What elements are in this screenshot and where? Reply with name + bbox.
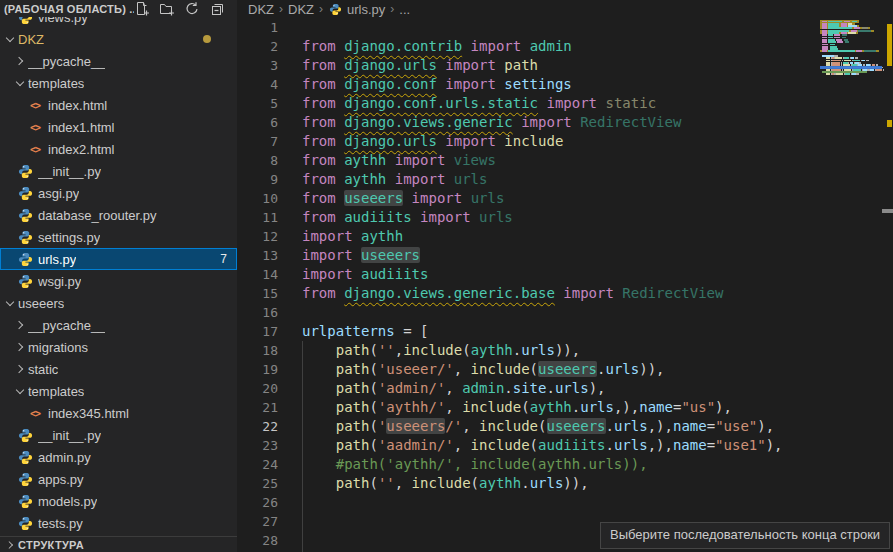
line-number: 11 (238, 208, 278, 227)
new-folder-icon[interactable] (159, 1, 175, 17)
indent-guide (302, 341, 303, 552)
code-line-22[interactable]: 22 path('useeers/', include(useeers.urls… (238, 417, 882, 436)
line-number: 12 (238, 227, 278, 246)
chevron-right-icon (14, 318, 28, 332)
line-number: 27 (238, 512, 278, 531)
code-line-17[interactable]: 17urlpatterns = [ (238, 322, 882, 341)
code-line-7[interactable]: 7from django.urls import include (238, 132, 882, 151)
code-line-1[interactable]: 1 (238, 18, 882, 37)
breadcrumb: DKZ›DKZ›urls.py›... (238, 0, 893, 18)
collapse-all-icon[interactable] (209, 1, 225, 17)
python-icon (17, 515, 33, 531)
code-line-26[interactable]: 26 (238, 493, 882, 512)
refresh-icon[interactable] (184, 1, 200, 17)
python-icon (17, 185, 33, 201)
code-line-18[interactable]: 18 path('',include(aythh.urls)), (238, 341, 882, 360)
html-icon: <> (27, 119, 43, 135)
file-tree: views.pyDKZ__pycache__templates<>index.h… (0, 6, 237, 534)
explorer-item-__pycache__[interactable]: __pycache__ (0, 314, 237, 336)
explorer-item-tests.py[interactable]: tests.py (0, 512, 237, 534)
explorer-item-database_roouter.py[interactable]: database_roouter.py (0, 204, 237, 226)
code-line-10[interactable]: 10from useeers import urls (238, 189, 882, 208)
line-number: 28 (238, 531, 278, 550)
explorer-item-urls.py[interactable]: urls.py7 (0, 248, 237, 270)
minimap[interactable] (820, 18, 882, 138)
file-label: index2.html (48, 142, 114, 157)
code-line-6[interactable]: 6from django.views.generic import Redire… (238, 113, 882, 132)
code-line-15[interactable]: 15from django.views.generic.base import … (238, 284, 882, 303)
breadcrumb-item[interactable]: DKZ (248, 2, 274, 17)
outline-title: СТРУКТУРА (18, 539, 84, 551)
code-area[interactable]: 12from django.contrib import admin3from … (238, 18, 882, 552)
code-line-21[interactable]: 21 path('aythh/', include(aythh.urls,),n… (238, 398, 882, 417)
explorer-item-__init__.py[interactable]: __init__.py (0, 424, 237, 446)
line-number: 25 (238, 474, 278, 493)
breadcrumb-item[interactable]: urls.py (328, 2, 385, 17)
code-line-23[interactable]: 23 path('aadmin/', include(audiiits.urls… (238, 436, 882, 455)
explorer-section-header[interactable]: (РАБОЧАЯ ОБЛАСТЬ) ... (0, 0, 237, 17)
explorer-item-index.html[interactable]: <>index.html (0, 94, 237, 116)
line-number: 5 (238, 94, 278, 113)
line-content: path('aythh/', include(aythh.urls,),name… (278, 398, 732, 417)
code-line-19[interactable]: 19 path('useeer/', include(useeers.urls)… (238, 360, 882, 379)
explorer-item-index1.html[interactable]: <>index1.html (0, 116, 237, 138)
code-line-12[interactable]: 12import aythh (238, 227, 882, 246)
outline-section-header[interactable]: СТРУКТУРА (0, 536, 237, 552)
line-content: from django.urls import include (278, 132, 563, 151)
breadcrumb-item[interactable]: ... (399, 2, 410, 17)
explorer-item-admin.py[interactable]: admin.py (0, 446, 237, 468)
file-label: index345.html (48, 406, 129, 421)
explorer-item-models.py[interactable]: models.py (0, 490, 237, 512)
line-number: 18 (238, 341, 278, 360)
overview-ruler[interactable] (882, 0, 893, 552)
line-content: from django.conf.urls.static import stat… (278, 94, 656, 113)
code-line-9[interactable]: 9from aythh import urls (238, 170, 882, 189)
code-line-2[interactable]: 2from django.contrib import admin (238, 37, 882, 56)
explorer-item-migrations[interactable]: migrations (0, 336, 237, 358)
code-line-11[interactable]: 11from audiiits import urls (238, 208, 882, 227)
line-number: 8 (238, 151, 278, 170)
code-line-3[interactable]: 3from django.urls import path (238, 56, 882, 75)
file-label: __init__.py (38, 428, 101, 443)
explorer-item-asgi.py[interactable]: asgi.py (0, 182, 237, 204)
code-line-8[interactable]: 8from aythh import views (238, 151, 882, 170)
code-line-5[interactable]: 5from django.conf.urls.static import sta… (238, 94, 882, 113)
explorer-item-templates[interactable]: templates (0, 380, 237, 402)
explorer-item-useeers[interactable]: useeers (0, 292, 237, 314)
explorer-item-apps.py[interactable]: apps.py (0, 468, 237, 490)
code-line-24[interactable]: 24 #path('aythh/', include(aythh.urls)), (238, 455, 882, 474)
line-number: 26 (238, 493, 278, 512)
code-line-20[interactable]: 20 path('admin/', admin.site.urls), (238, 379, 882, 398)
file-label: admin.py (38, 450, 91, 465)
explorer-item-index2.html[interactable]: <>index2.html (0, 138, 237, 160)
chevron-down-icon (14, 76, 28, 90)
breadcrumb-item[interactable]: DKZ (288, 2, 314, 17)
line-number: 19 (238, 360, 278, 379)
explorer-item-index345.html[interactable]: <>index345.html (0, 402, 237, 424)
explorer-item-templates[interactable]: templates (0, 72, 237, 94)
explorer-item-__init__.py[interactable]: __init__.py (0, 160, 237, 182)
code-line-16[interactable]: 16 (238, 303, 882, 322)
code-line-14[interactable]: 14import audiiits (238, 265, 882, 284)
explorer-item-DKZ[interactable]: DKZ (0, 28, 237, 50)
ruler-mark (887, 24, 892, 66)
explorer-item-settings.py[interactable]: settings.py (0, 226, 237, 248)
code-line-13[interactable]: 13import useeers (238, 246, 882, 265)
code-line-25[interactable]: 25 path('', include(aythh.urls)), (238, 474, 882, 493)
explorer-item-static[interactable]: static (0, 358, 237, 380)
line-content: from django.views.generic import Redirec… (278, 113, 681, 132)
file-label: asgi.py (38, 186, 79, 201)
python-icon (17, 229, 33, 245)
breadcrumb-separator-icon: › (319, 2, 323, 16)
python-icon (17, 493, 33, 509)
new-file-icon[interactable] (134, 1, 150, 17)
file-label: migrations (28, 340, 88, 355)
line-number: 24 (238, 455, 278, 474)
line-number: 2 (238, 37, 278, 56)
editor-group: DKZ›DKZ›urls.py›... 12from django.contri… (238, 0, 893, 552)
breadcrumb-label: DKZ (288, 2, 314, 17)
explorer-item-__pycache__[interactable]: __pycache__ (0, 50, 237, 72)
code-line-4[interactable]: 4from django.conf import settings (238, 75, 882, 94)
line-number: 22 (238, 417, 278, 436)
explorer-item-wsgi.py[interactable]: wsgi.py (0, 270, 237, 292)
